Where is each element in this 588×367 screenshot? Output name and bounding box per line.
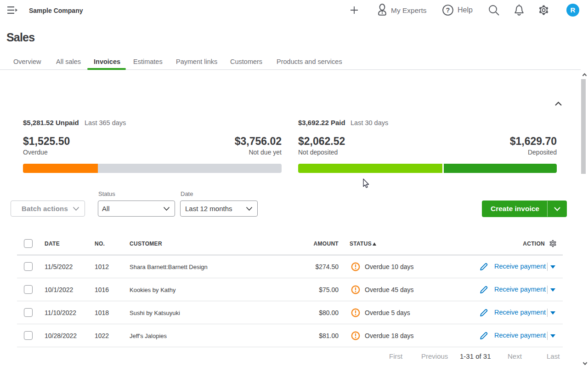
svg-text:?: ?: [446, 6, 450, 14]
